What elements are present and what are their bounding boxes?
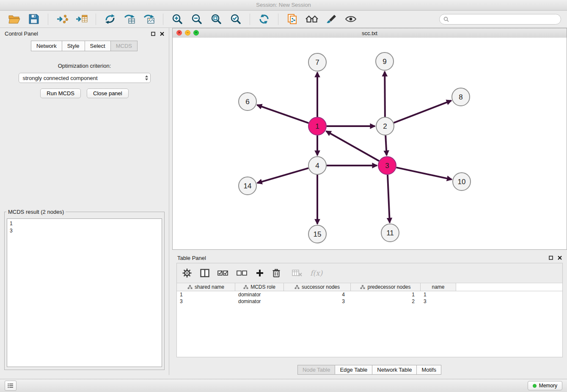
import-network-icon bbox=[56, 14, 68, 24]
graph-node-4[interactable]: 4 bbox=[308, 157, 326, 174]
zoom-window-button[interactable]: + bbox=[193, 30, 199, 36]
memory-button[interactable]: Memory bbox=[528, 381, 562, 390]
close-panel-button[interactable]: Close panel bbox=[87, 88, 129, 98]
task-history-button[interactable] bbox=[5, 381, 17, 391]
graph-edge-3-11[interactable] bbox=[388, 175, 390, 223]
network-window-title: scc.txt bbox=[362, 30, 377, 36]
tab-mcds[interactable]: MCDS bbox=[110, 41, 138, 51]
maximize-panel-icon[interactable] bbox=[549, 256, 553, 260]
graph-edge-3-10[interactable] bbox=[396, 168, 452, 179]
import-table-file-button[interactable] bbox=[73, 12, 90, 26]
graph-edge-2-3[interactable] bbox=[385, 135, 387, 155]
deselect-all-columns-icon[interactable] bbox=[237, 270, 248, 276]
search-box[interactable] bbox=[439, 14, 561, 25]
search-input[interactable] bbox=[451, 16, 557, 23]
trash-icon[interactable] bbox=[272, 268, 281, 278]
style-button[interactable] bbox=[323, 12, 340, 26]
network-graph[interactable]: 7968123414101511 bbox=[173, 38, 567, 250]
graph-node-6[interactable]: 6 bbox=[239, 93, 256, 110]
column-header-predecessor-nodes[interactable]: predecessor nodes bbox=[351, 283, 421, 291]
open-session-button[interactable] bbox=[6, 12, 23, 26]
tab-network-table[interactable]: Network Table bbox=[372, 365, 417, 375]
graph-edge-2-8[interactable] bbox=[394, 101, 451, 123]
toolbar-separator bbox=[96, 14, 96, 25]
gear-icon[interactable] bbox=[182, 268, 192, 278]
graph-node-7[interactable]: 7 bbox=[308, 53, 326, 71]
network-table-icon bbox=[124, 14, 135, 24]
cell-name[interactable]: 3 bbox=[421, 298, 456, 305]
maximize-panel-icon[interactable] bbox=[151, 32, 155, 36]
tab-style[interactable]: Style bbox=[62, 41, 85, 51]
graph-node-3[interactable]: 3 bbox=[378, 157, 396, 174]
clone-network-button[interactable] bbox=[121, 12, 138, 26]
add-column-icon[interactable] bbox=[256, 269, 264, 277]
new-network-button[interactable] bbox=[102, 12, 118, 26]
run-mcds-button[interactable]: Run MCDS bbox=[40, 88, 81, 98]
tab-select[interactable]: Select bbox=[85, 41, 111, 51]
svg-text:15: 15 bbox=[314, 230, 322, 238]
tab-network[interactable]: Network bbox=[31, 41, 62, 51]
cell-filler bbox=[456, 298, 562, 305]
refresh-layout-button[interactable] bbox=[256, 12, 272, 26]
mcds-result-list: 1 3 bbox=[7, 218, 162, 367]
save-session-button[interactable] bbox=[25, 12, 42, 26]
show-graphics-button[interactable] bbox=[342, 12, 359, 26]
zoom-out-button[interactable] bbox=[188, 12, 205, 26]
tab-edge-table[interactable]: Edge Table bbox=[335, 365, 372, 375]
cell-successor-nodes[interactable]: 3 bbox=[284, 298, 351, 305]
network-canvas[interactable]: 7968123414101511 bbox=[173, 38, 567, 249]
graph-edge-4-14[interactable] bbox=[257, 168, 308, 183]
column-header-mcds-role[interactable]: MCDS role bbox=[235, 283, 284, 291]
zoom-fit-button[interactable] bbox=[208, 12, 225, 26]
mcds-result-fieldset: MCDS result (2 nodes) 1 3 bbox=[4, 209, 165, 370]
control-panel-title: Control Panel bbox=[5, 30, 38, 37]
export-image-button[interactable] bbox=[140, 12, 157, 26]
select-all-columns-icon[interactable] bbox=[217, 270, 228, 276]
graph-node-10[interactable]: 10 bbox=[453, 173, 471, 190]
cell-name[interactable]: 1 bbox=[421, 291, 456, 298]
cell-mcds-role[interactable]: dominator bbox=[235, 291, 284, 298]
cell-successor-nodes[interactable]: 4 bbox=[284, 291, 351, 298]
graph-node-14[interactable]: 14 bbox=[239, 177, 256, 195]
graph-node-9[interactable]: 9 bbox=[376, 52, 394, 70]
column-header-successor-nodes[interactable]: successor nodes bbox=[284, 283, 351, 291]
close-panel-icon[interactable] bbox=[160, 32, 164, 36]
graph-node-2[interactable]: 2 bbox=[376, 117, 394, 135]
graph-node-8[interactable]: 8 bbox=[452, 88, 470, 106]
graph-node-11[interactable]: 11 bbox=[381, 224, 399, 242]
home-button[interactable] bbox=[303, 12, 320, 26]
cell-mcds-role[interactable]: dominator bbox=[235, 298, 284, 305]
table-panel-tabs: Node Table Edge Table Network Table Moti… bbox=[172, 365, 567, 375]
graph-edge-2-9[interactable] bbox=[385, 72, 385, 117]
graph-node-15[interactable]: 15 bbox=[308, 225, 326, 243]
mcds-result-line: 1 bbox=[10, 220, 159, 227]
delete-table-icon bbox=[292, 269, 302, 277]
table-row: 1 dominator 4 1 1 bbox=[177, 291, 562, 298]
table-panel: Table Panel bbox=[172, 253, 567, 376]
graph-edge-3-1[interactable] bbox=[326, 131, 379, 161]
column-header-name[interactable]: name bbox=[421, 283, 456, 291]
function-builder-icon: f(x) bbox=[310, 269, 322, 277]
column-header-shared-name[interactable]: shared name bbox=[177, 283, 235, 291]
minimize-window-button[interactable]: − bbox=[185, 30, 190, 36]
tab-node-table[interactable]: Node Table bbox=[297, 365, 336, 375]
cell-shared-name[interactable]: 1 bbox=[177, 291, 235, 298]
session-copy-icon bbox=[287, 14, 298, 25]
close-window-button[interactable]: ✕ bbox=[176, 30, 182, 36]
graph-edge-1-6[interactable] bbox=[257, 105, 309, 123]
cell-predecessor-nodes[interactable]: 1 bbox=[351, 291, 421, 298]
refresh-icon bbox=[259, 14, 270, 25]
svg-text:6: 6 bbox=[245, 98, 249, 106]
cell-shared-name[interactable]: 3 bbox=[177, 298, 235, 305]
tab-motifs[interactable]: Motifs bbox=[416, 365, 441, 375]
criterion-dropdown[interactable]: strongly connected component bbox=[19, 73, 151, 83]
zoom-in-button[interactable] bbox=[169, 12, 186, 26]
close-panel-icon[interactable] bbox=[558, 256, 562, 260]
zoom-selected-button[interactable] bbox=[227, 12, 244, 26]
split-columns-icon[interactable] bbox=[200, 269, 209, 277]
open-recent-session-button[interactable] bbox=[284, 12, 301, 26]
graph-node-1[interactable]: 1 bbox=[308, 117, 326, 135]
cell-predecessor-nodes[interactable]: 2 bbox=[351, 298, 421, 305]
import-network-file-button[interactable] bbox=[54, 12, 71, 26]
svg-text:3: 3 bbox=[385, 162, 389, 170]
